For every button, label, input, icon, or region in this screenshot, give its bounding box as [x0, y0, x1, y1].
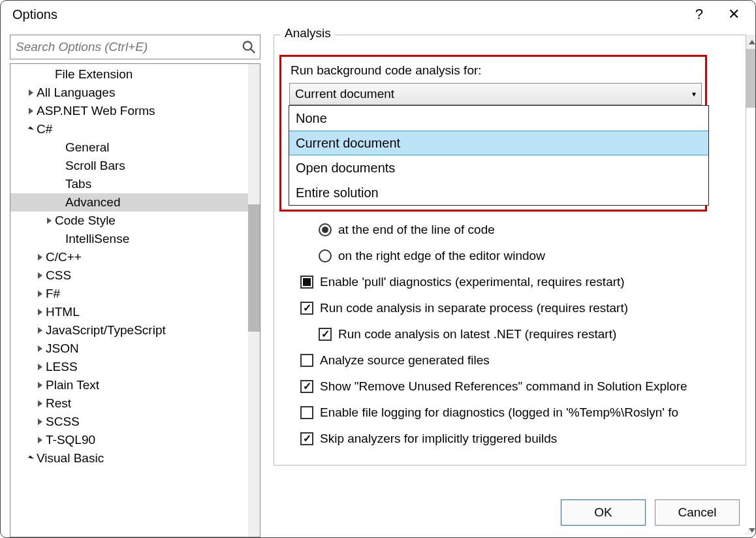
- dropdown-option[interactable]: Open documents: [289, 155, 708, 180]
- chk-pull-label: Enable 'pull' diagnostics (experimental,…: [320, 275, 625, 289]
- tree-item[interactable]: JSON: [10, 340, 260, 358]
- expand-icon: [44, 217, 54, 224]
- svg-point-5: [746, 533, 747, 534]
- tree-item-label: Visual Basic: [37, 451, 104, 466]
- tree-item[interactable]: Rest: [10, 394, 260, 413]
- checkbox-icon: [300, 354, 313, 367]
- expand-icon: [35, 400, 44, 407]
- radio-icon: [319, 223, 332, 236]
- tree-item[interactable]: Visual Basic: [10, 449, 260, 467]
- chk-skip-analyzers[interactable]: Skip analyzers for implicitly triggered …: [300, 426, 739, 452]
- tree-item[interactable]: General: [10, 138, 260, 157]
- tree-item[interactable]: LESS: [10, 358, 260, 376]
- tree-item[interactable]: All Languages: [10, 84, 260, 102]
- bg-analysis-combo[interactable]: Current document ▾: [289, 83, 702, 105]
- checkbox-icon: [319, 328, 332, 341]
- resize-grip-icon[interactable]: [742, 524, 753, 535]
- dropdown-option[interactable]: Entire solution: [289, 180, 708, 205]
- checkbox-icon: [300, 380, 313, 393]
- tree-item-label: LESS: [46, 360, 78, 374]
- right-pane: Analysis Run background code analysis fo…: [274, 35, 746, 537]
- tree-item[interactable]: T-SQL90: [10, 431, 260, 449]
- radio-end-of-line-label: at the end of the line of code: [338, 223, 495, 237]
- tree-item[interactable]: JavaScript/TypeScript: [10, 321, 260, 340]
- left-pane: File ExtensionAll LanguagesASP.NET Web F…: [10, 35, 260, 537]
- search-box[interactable]: [10, 35, 260, 59]
- tree-item[interactable]: F#: [10, 285, 260, 303]
- tree-item[interactable]: CSS: [10, 266, 260, 285]
- tree-item-label: General: [65, 140, 110, 155]
- dropdown-option[interactable]: None: [289, 106, 708, 131]
- expand-icon: [35, 309, 44, 315]
- expand-icon: [35, 419, 44, 425]
- tree-item[interactable]: IntelliSense: [10, 230, 260, 248]
- radio-icon: [319, 249, 332, 262]
- tree-item-label: All Languages: [37, 86, 115, 100]
- tree-item-label: F#: [46, 287, 60, 301]
- tree-item-label: Advanced: [65, 195, 121, 210]
- svg-point-0: [244, 42, 252, 50]
- chk-file-logging[interactable]: Enable file logging for diagnostics (log…: [300, 400, 739, 426]
- chk-separate-process[interactable]: Run code analysis in separate process (r…: [300, 295, 739, 321]
- tree-item-label: Scroll Bars: [65, 159, 125, 173]
- chk-file-logging-label: Enable file logging for diagnostics (log…: [320, 405, 678, 420]
- tree-scrollbar-thumb[interactable]: [248, 204, 260, 332]
- chk-remove-unused[interactable]: Show "Remove Unused References" command …: [300, 373, 739, 400]
- checkbox-icon: [300, 276, 313, 289]
- tree-item-label: JavaScript/TypeScript: [46, 323, 166, 338]
- tree-item-label: T-SQL90: [46, 433, 95, 447]
- tree-item[interactable]: Code Style: [10, 212, 260, 230]
- expand-icon: [35, 364, 44, 370]
- tree-item-label: Code Style: [55, 214, 116, 228]
- bg-analysis-label: Run background code analysis for:: [291, 63, 699, 78]
- help-button[interactable]: ?: [695, 6, 703, 23]
- chk-pull-diagnostics[interactable]: Enable 'pull' diagnostics (experimental,…: [300, 269, 739, 295]
- expand-icon: [35, 382, 44, 388]
- dropdown-option[interactable]: Current document: [289, 131, 708, 155]
- chk-latest-net[interactable]: Run code analysis on latest .NET (requir…: [300, 321, 739, 347]
- tree-item-label: IntelliSense: [65, 232, 129, 246]
- tree-item[interactable]: Tabs: [10, 175, 260, 193]
- ok-button[interactable]: OK: [561, 499, 646, 526]
- expand-icon: [35, 345, 44, 352]
- bg-analysis-dropdown[interactable]: NoneCurrent documentOpen documentsEntire…: [289, 105, 709, 206]
- tree-item[interactable]: Scroll Bars: [10, 157, 260, 175]
- svg-point-6: [748, 533, 749, 534]
- chevron-down-icon: ▾: [692, 89, 696, 99]
- cancel-button[interactable]: Cancel: [655, 499, 740, 526]
- tree-item-label: File Extension: [55, 67, 133, 82]
- tree-item[interactable]: C#: [10, 120, 260, 138]
- tree-item[interactable]: C/C++: [10, 248, 260, 266]
- tree-item[interactable]: HTML: [10, 303, 260, 321]
- caret-up-icon: [749, 40, 755, 44]
- chk-analyze-generated-label: Analyze source generated files: [320, 353, 490, 368]
- chk-skip-analyzers-label: Skip analyzers for implicitly triggered …: [320, 432, 557, 446]
- expand-icon: [35, 291, 44, 297]
- checkbox-icon: [300, 432, 313, 445]
- expand-icon: [35, 272, 44, 279]
- chk-analyze-generated[interactable]: Analyze source generated files: [300, 347, 739, 373]
- radio-end-of-line[interactable]: at the end of the line of code: [300, 217, 739, 243]
- svg-point-3: [748, 530, 749, 531]
- tree-item-label: JSON: [46, 341, 79, 356]
- tree-item[interactable]: SCSS: [10, 413, 260, 431]
- radio-right-edge[interactable]: on the right edge of the editor window: [300, 243, 739, 269]
- expand-icon: [35, 254, 44, 261]
- bg-analysis-combo-value: Current document: [295, 87, 394, 101]
- expand-icon: [26, 108, 35, 114]
- scroll-up-button[interactable]: [746, 35, 755, 49]
- close-button[interactable]: ✕: [721, 6, 746, 23]
- search-input[interactable]: [13, 39, 242, 55]
- collapse-icon: [26, 127, 35, 132]
- analysis-group: Analysis Run background code analysis fo…: [274, 35, 746, 466]
- tree-item[interactable]: Advanced: [10, 193, 260, 212]
- tree-item-label: Tabs: [65, 177, 91, 191]
- tree-item[interactable]: Plain Text: [10, 376, 260, 394]
- right-scrollbar[interactable]: [746, 35, 755, 537]
- tree-item[interactable]: ASP.NET Web Forms: [10, 102, 260, 120]
- tree-item[interactable]: File Extension: [10, 65, 260, 84]
- tree-item-label: ASP.NET Web Forms: [37, 104, 155, 118]
- options-tree[interactable]: File ExtensionAll LanguagesASP.NET Web F…: [10, 63, 260, 537]
- options-dialog: Options ? ✕ File ExtensionAll LanguagesA…: [0, 0, 756, 538]
- right-scrollbar-thumb[interactable]: [746, 49, 755, 108]
